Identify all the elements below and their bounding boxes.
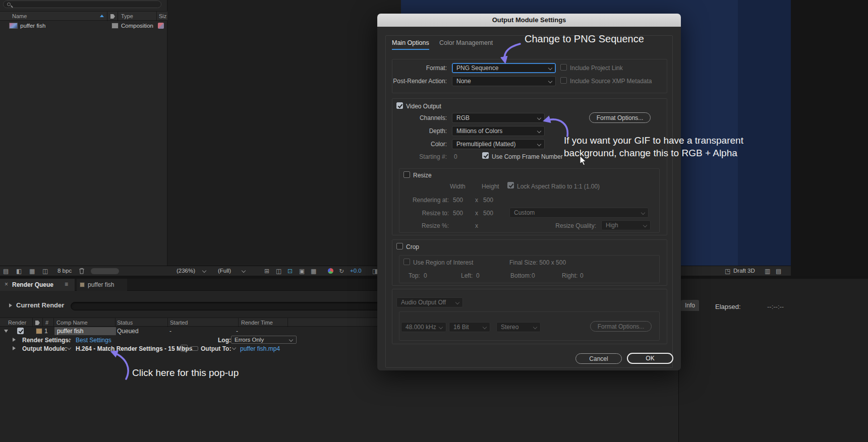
output-module-popup-icon[interactable] — [67, 346, 71, 350]
transparency-grid-icon[interactable]: ⊞ — [264, 267, 269, 275]
column-divider[interactable] — [167, 318, 168, 327]
queue-item-label-swatch[interactable] — [36, 328, 42, 334]
type-column-header[interactable]: Type — [121, 13, 133, 19]
resize-preset-select[interactable]: Custom — [509, 208, 649, 218]
resize-quality-select[interactable]: High — [601, 220, 651, 230]
channels-select[interactable]: RGB — [452, 113, 545, 123]
crop-bottom-value[interactable]: 0 — [532, 272, 535, 279]
interpret-footage-icon[interactable]: ▤ — [3, 267, 9, 275]
expand-caret-icon[interactable] — [4, 330, 8, 333]
audio-channels-select[interactable]: Stereo — [496, 322, 541, 332]
col-number[interactable]: # — [45, 320, 48, 326]
color-select[interactable]: Premultiplied (Matted) — [452, 139, 545, 149]
grid-icon[interactable]: ▦ — [311, 267, 316, 275]
output-to-link[interactable]: puffer fish.mp4 — [240, 345, 280, 352]
draft-3d-toggle[interactable]: Draft 3D — [733, 268, 755, 274]
include-xmp-checkbox[interactable] — [560, 77, 567, 84]
size-column-header[interactable]: Siz — [159, 13, 166, 19]
current-render-caret-icon[interactable] — [9, 303, 12, 307]
output-module-link[interactable]: H.264 - Match Render Settings - 15 Mbps — [76, 345, 192, 352]
tab-puffer-fish-comp[interactable]: puffer fish — [77, 279, 127, 291]
guides-icon[interactable]: ▣ — [299, 267, 305, 275]
project-item-row[interactable]: puffer fish Composition — [0, 21, 167, 31]
crop-checkbox[interactable] — [396, 243, 403, 249]
exposure-value[interactable]: +0.0 — [350, 268, 362, 274]
delete-item-button[interactable] — [79, 268, 85, 276]
post-render-select[interactable]: None — [452, 76, 556, 86]
color-settings-icon[interactable]: ◫ — [42, 267, 48, 275]
video-output-checkbox[interactable] — [396, 102, 403, 109]
name-column-header[interactable]: Name — [12, 13, 27, 19]
new-folder-icon[interactable]: ◧ — [16, 267, 22, 275]
output-group-icon[interactable] — [190, 346, 198, 351]
audio-format-options-button[interactable]: Format Options... — [590, 321, 652, 332]
crop-top-value[interactable]: 0 — [424, 272, 427, 279]
close-icon[interactable]: × — [5, 281, 8, 288]
render-settings-link[interactable]: Best Settings — [76, 337, 111, 344]
output-to-popup-icon[interactable] — [232, 346, 236, 350]
depth-select[interactable]: Millions of Colors — [452, 126, 545, 136]
column-divider[interactable] — [107, 12, 107, 21]
show-channel-icon[interactable] — [328, 268, 333, 274]
label-column-icon[interactable] — [110, 14, 115, 19]
ok-button[interactable]: OK — [627, 353, 673, 364]
bit-depth-button[interactable]: 8 bpc — [57, 268, 72, 274]
search-input[interactable] — [3, 1, 161, 8]
pixel-aspect-icon[interactable]: ▤ — [776, 267, 781, 275]
queue-item-comp-name[interactable]: puffer fish — [57, 328, 83, 335]
col-render-time[interactable]: Render Time — [241, 320, 273, 326]
flag-column-icon[interactable] — [35, 321, 40, 325]
horizontal-scrollbar-thumb[interactable] — [91, 268, 119, 274]
resize-checkbox[interactable] — [403, 171, 410, 178]
col-render[interactable]: Render — [8, 320, 26, 326]
tab-main-options[interactable]: Main Options — [392, 39, 429, 50]
comp-tab-label[interactable]: puffer fish — [88, 281, 114, 288]
view-layout-icon[interactable]: ▥ — [765, 267, 770, 275]
use-comp-frame-checkbox[interactable] — [482, 152, 489, 159]
render-queue-tab-label[interactable]: Render Queue — [12, 281, 53, 288]
audio-output-select[interactable]: Audio Output Off — [396, 297, 463, 307]
label-color-swatch[interactable] — [111, 23, 119, 29]
column-divider[interactable] — [238, 318, 239, 327]
panel-menu-icon[interactable]: ≡ — [65, 281, 68, 288]
add-output-module-button[interactable]: + — [181, 345, 188, 352]
log-select[interactable]: Errors Only — [231, 336, 297, 344]
lock-aspect-checkbox[interactable] — [507, 182, 514, 188]
column-divider[interactable] — [42, 318, 43, 327]
col-started[interactable]: Started — [170, 320, 188, 326]
draft-3d-icon[interactable]: ◳ — [725, 267, 730, 275]
cancel-button[interactable]: Cancel — [575, 353, 622, 364]
column-divider[interactable] — [287, 318, 288, 327]
render-enabled-checkbox[interactable] — [17, 328, 24, 334]
col-comp-name[interactable]: Comp Name — [56, 320, 88, 326]
include-xmp-label: Include Source XMP Metadata — [570, 78, 652, 85]
column-divider[interactable] — [115, 318, 115, 327]
project-item-name[interactable]: puffer fish — [20, 23, 45, 29]
output-module-caret-icon[interactable] — [13, 346, 16, 350]
sort-ascending-icon[interactable] — [100, 15, 104, 17]
render-settings-caret-icon[interactable] — [13, 338, 16, 342]
column-divider[interactable] — [32, 318, 33, 327]
resolution-select[interactable]: (Full) — [218, 268, 231, 274]
column-divider[interactable] — [118, 12, 118, 21]
tab-info[interactable]: Info — [681, 300, 699, 311]
column-divider[interactable] — [53, 318, 54, 327]
region-of-interest-icon[interactable]: ⊡ — [287, 267, 293, 275]
tab-render-queue[interactable]: × Render Queue ≡ — [0, 279, 75, 291]
include-project-link-checkbox[interactable] — [560, 64, 567, 71]
reset-exposure-icon[interactable]: ↻ — [339, 267, 344, 275]
crop-left-value[interactable]: 0 — [476, 272, 480, 279]
use-roi-checkbox[interactable] — [403, 259, 410, 265]
format-select[interactable]: PNG Sequence — [452, 63, 556, 73]
crop-right-value[interactable]: 0 — [580, 272, 584, 279]
new-composition-icon[interactable]: ▦ — [29, 267, 35, 275]
col-status[interactable]: Status — [117, 320, 133, 326]
bit-depth-select[interactable]: 16 Bit — [449, 322, 490, 332]
column-divider[interactable] — [156, 12, 157, 21]
dialog-title[interactable]: Output Module Settings — [377, 14, 681, 27]
tab-color-management[interactable]: Color Management — [439, 39, 493, 46]
mask-visibility-icon[interactable]: ◫ — [276, 267, 281, 275]
format-options-button[interactable]: Format Options... — [589, 112, 651, 123]
sample-rate-select[interactable]: 48.000 kHz — [401, 322, 446, 332]
zoom-select[interactable]: (236%) — [177, 268, 195, 274]
